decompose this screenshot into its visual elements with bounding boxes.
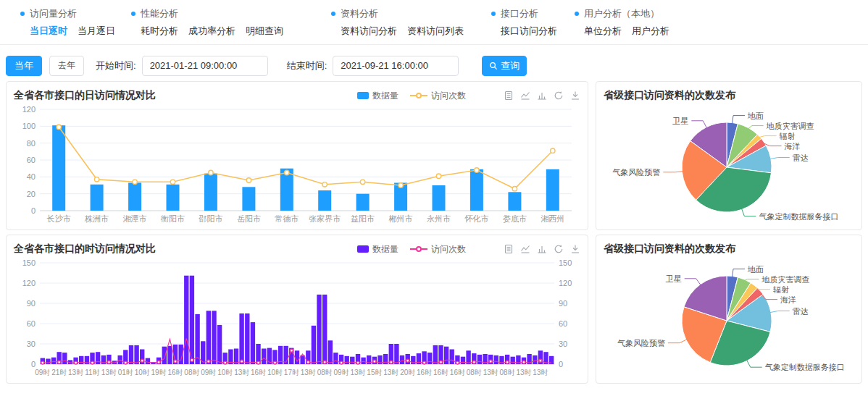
svg-text:150: 150 [22, 258, 36, 267]
pie-label: 卫星 [672, 117, 688, 125]
pie-label: 雷达 [793, 307, 809, 316]
legend-item-visit-count[interactable]: 访问次数 [410, 90, 466, 102]
nav-item-data-access-analysis[interactable]: 资料访问分析 [341, 25, 397, 38]
bar [195, 314, 199, 364]
svg-text:16时: 16时 [167, 368, 183, 376]
province-access-pie-top[interactable]: 地面地质灾害调查辐射海洋雷达气象定制数据服务接口气象风险预警卫星 [604, 104, 854, 231]
daily-chart-title: 全省各市接口的日访问情况对比 [14, 89, 156, 102]
bar [146, 358, 150, 364]
hourly-bar-line-chart[interactable]: 0030306060909012012015015009时21时13时11时13… [14, 257, 580, 380]
end-time-input[interactable] [333, 56, 459, 76]
svg-text:90: 90 [27, 299, 36, 308]
bar [245, 313, 249, 364]
line-marker [290, 349, 293, 352]
bar [184, 276, 188, 364]
bar [394, 344, 398, 364]
nav-item-unit-analysis[interactable]: 单位分析 [584, 25, 622, 38]
pie-label: 地面 [747, 265, 764, 274]
search-button[interactable]: 查询 [482, 56, 527, 76]
nav-item-interface-access-analysis[interactable]: 接口访问分析 [501, 25, 557, 38]
line-marker [157, 361, 160, 363]
nav-item-data-access-list[interactable]: 资料访问列表 [407, 25, 464, 38]
daily-bar-line-chart[interactable]: 020406080100120长沙市株洲市湘潭市衡阳市邵阳市岳阳市常德市张家界市… [14, 104, 580, 227]
line-marker [522, 361, 525, 363]
data-view-icon[interactable] [504, 244, 514, 254]
switch-line-icon[interactable] [520, 244, 530, 254]
line-marker [390, 361, 393, 363]
nav-item-month-daily[interactable]: 当月逐日 [78, 25, 115, 38]
bar [162, 347, 167, 364]
province-access-pie-bottom[interactable]: 地面地质灾害调查辐射海洋雷达气象定制数据服务接口气象风险预警卫星 [604, 257, 854, 384]
nav-item-detail-query[interactable]: 明细查询 [246, 25, 283, 38]
daily-chart-legend: 数据量 访问次数 [357, 90, 466, 102]
line-marker [340, 361, 343, 364]
line-marker [398, 183, 403, 188]
pie-label: 气象定制数据服务接口 [765, 363, 845, 371]
bar [167, 346, 172, 364]
svg-text:60: 60 [27, 156, 36, 164]
province-pie-card-top: 省级接口访问资料的次数发布 地面地质灾害调查辐射海洋雷达气象定制数据服务接口气象… [596, 81, 862, 230]
bar [317, 295, 321, 364]
bar [128, 183, 141, 211]
pie-label: 气象风险预警 [617, 339, 665, 347]
line-marker [360, 180, 364, 184]
nav-item-success-rate[interactable]: 成功率分析 [188, 25, 235, 38]
nav-group-title-user: 用户分析（本地） [584, 7, 659, 20]
svg-text:13时: 13时 [383, 368, 398, 376]
legend-label: 访问次数 [431, 90, 466, 102]
bullet-icon [575, 12, 579, 16]
bar [318, 190, 331, 211]
last-year-button[interactable]: 去年 [49, 56, 84, 76]
line-marker [373, 360, 376, 363]
bar [134, 345, 138, 364]
svg-text:08时: 08时 [317, 368, 333, 376]
line-marker [551, 148, 555, 153]
nav-item-time-cost[interactable]: 耗时分析 [141, 25, 178, 38]
restore-icon[interactable] [554, 244, 564, 254]
line-marker [472, 361, 475, 363]
bar [433, 345, 438, 364]
line-marker [75, 361, 78, 364]
svg-text:10时: 10时 [217, 368, 233, 376]
bar [466, 350, 470, 364]
line-marker [257, 361, 260, 364]
bar [511, 357, 515, 364]
svg-text:13时: 13时 [516, 368, 531, 376]
bar [212, 311, 216, 364]
bullet-icon [20, 12, 25, 16]
switch-bar-icon[interactable] [537, 244, 547, 254]
download-icon[interactable] [570, 244, 580, 254]
nav-group-title-visit: 访问量分析 [30, 7, 77, 20]
this-year-button[interactable]: 当年 [6, 56, 42, 76]
legend-item-data-volume[interactable]: 数据量 [357, 90, 398, 102]
legend-item-visit-count[interactable]: 访问次数 [410, 243, 466, 256]
svg-text:21时: 21时 [51, 368, 67, 376]
data-view-icon[interactable] [504, 90, 514, 101]
switch-line-icon[interactable] [520, 90, 530, 101]
svg-text:娄底市: 娄底市 [503, 214, 527, 223]
legend-label: 数据量 [372, 243, 398, 256]
legend-item-data-volume[interactable]: 数据量 [357, 243, 398, 256]
dashboard-main: 全省各市接口的日访问情况对比 数据量 访问次数 020406080100120长… [0, 75, 868, 389]
pie-label: 海洋 [785, 142, 801, 151]
nav-group-title-performance: 性能分析 [141, 7, 178, 20]
svg-text:150: 150 [559, 258, 572, 267]
svg-text:09时: 09时 [35, 368, 50, 376]
svg-text:30: 30 [559, 340, 567, 348]
nav-item-today-hourly[interactable]: 当日逐时 [30, 25, 67, 38]
line-swatch-icon [410, 248, 427, 250]
svg-text:09时: 09时 [201, 368, 216, 376]
svg-text:邵阳市: 邵阳市 [198, 214, 222, 223]
bar [361, 358, 365, 364]
svg-text:张家界市: 张家界市 [309, 214, 341, 223]
restore-icon[interactable] [554, 90, 564, 101]
svg-text:19时: 19时 [151, 368, 167, 376]
line-swatch-icon [410, 95, 427, 96]
nav-item-user-analysis[interactable]: 用户分析 [632, 25, 669, 38]
download-icon[interactable] [570, 90, 580, 101]
bar [546, 169, 559, 211]
svg-text:80: 80 [27, 139, 36, 148]
start-time-input[interactable] [142, 56, 268, 76]
line-marker [423, 361, 426, 364]
switch-bar-icon[interactable] [537, 90, 547, 101]
